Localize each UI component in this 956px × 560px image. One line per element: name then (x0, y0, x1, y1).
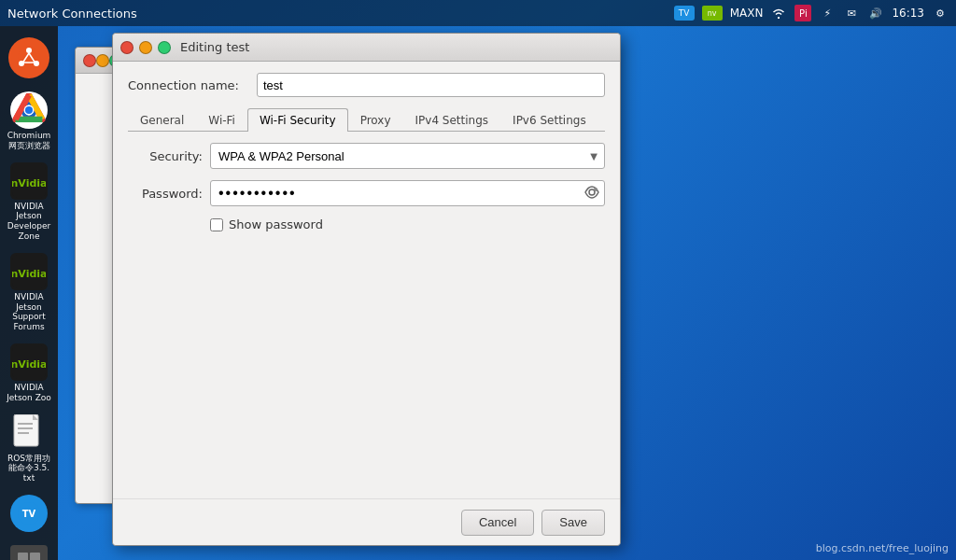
dialog-body: Connection name: General Wi-Fi Wi-Fi Sec… (113, 62, 620, 243)
sidebar-label-nvidia-support: NVIDIAJetsonSupportForums (12, 292, 46, 332)
sidebar-item-ubuntu[interactable] (5, 34, 53, 84)
taskbar-title: Network Connections (7, 7, 137, 21)
bluetooth-icon[interactable]: ⚡ (819, 5, 836, 21)
settings-icon[interactable]: ⚙ (932, 5, 949, 21)
dialog-header: Editing test (113, 34, 620, 62)
dialog-footer: Cancel Save (113, 498, 620, 545)
svg-text:nVidia: nVidia (12, 268, 46, 280)
taskbar-right: TV nv MAXN Pi ⚡ ✉ 🔊 16:13 ⚙ (674, 5, 949, 21)
connection-name-input[interactable] (257, 73, 605, 97)
dialog-title: Editing test (180, 40, 249, 54)
security-row: Security: WPA & WPA2 Personal None WEP 4… (128, 143, 605, 169)
tab-ipv4[interactable]: IPv4 Settings (403, 108, 501, 132)
mail-icon[interactable]: ✉ (843, 5, 860, 21)
password-wrapper (210, 180, 605, 206)
show-password-icon[interactable] (584, 186, 599, 202)
dialog-close-btn[interactable] (120, 41, 134, 54)
clock: 16:13 (892, 7, 924, 20)
password-row: Password: (128, 180, 605, 206)
dialog-min-btn[interactable] (139, 41, 152, 54)
save-button[interactable]: Save (541, 510, 605, 536)
tab-wifi-security[interactable]: Wi-Fi Security (247, 108, 348, 132)
sidebar-item-chromium[interactable]: Chromium网页浏览器 (5, 88, 53, 155)
svg-point-9 (25, 106, 33, 114)
security-select-wrapper: WPA & WPA2 Personal None WEP 40/128-bit … (210, 143, 605, 169)
pi-icon[interactable]: Pi (794, 5, 811, 21)
svg-rect-22 (18, 553, 28, 560)
dialog-max-btn[interactable] (158, 41, 171, 54)
taskbar: Network Connections TV nv MAXN Pi ⚡ ✉ � (0, 0, 956, 26)
svg-text:TV: TV (22, 509, 36, 519)
svg-point-36 (594, 188, 598, 191)
security-label: Security: (128, 149, 203, 163)
blog-url: blog.csdn.net/free_luojing (816, 542, 949, 554)
tab-ipv6[interactable]: IPv6 Settings (500, 108, 598, 132)
desktop: Network Connections TV nv MAXN Pi ⚡ ✉ � (0, 0, 956, 560)
username-label: MAXN (730, 7, 764, 20)
sidebar-item-workspaces[interactable] (5, 541, 53, 560)
svg-point-35 (589, 189, 595, 195)
tab-general[interactable]: General (128, 108, 196, 132)
svg-text:nVidia: nVidia (12, 358, 46, 371)
bg-min-btn[interactable] (96, 54, 109, 67)
nvidia-icon[interactable]: nv (702, 6, 723, 21)
sidebar-item-nvidia-dev[interactable]: nVidia NVIDIAJetsonDeveloperZone (5, 159, 53, 245)
bg-close-btn[interactable] (83, 54, 96, 67)
teamviewer-icon[interactable]: TV (674, 6, 695, 21)
sidebar-label-ros: ROS常用功能命令3.5.txt (7, 454, 50, 483)
sidebar-item-ros[interactable]: ROS常用功能命令3.5.txt (5, 411, 53, 487)
sidebar: Chromium网页浏览器 nVidia NVIDIAJetsonDevelop… (0, 26, 58, 560)
sidebar-label-chromium: Chromium网页浏览器 (7, 131, 51, 151)
sidebar-item-nvidia-zoo[interactable]: nVidia NVIDIAJetson Zoo (5, 340, 53, 407)
svg-rect-23 (30, 553, 40, 560)
editing-dialog: Editing test Connection name: General Wi… (112, 33, 621, 546)
sidebar-label-nvidia-zoo: NVIDIAJetson Zoo (7, 383, 51, 403)
connection-name-label: Connection name: (128, 78, 249, 92)
cancel-button[interactable]: Cancel (461, 510, 534, 536)
sidebar-label-nvidia-dev: NVIDIAJetsonDeveloperZone (7, 202, 50, 242)
security-select[interactable]: WPA & WPA2 Personal None WEP 40/128-bit … (210, 143, 605, 169)
tab-wifi[interactable]: Wi-Fi (196, 108, 247, 132)
password-input[interactable] (210, 180, 605, 206)
sidebar-item-nvidia-support[interactable]: nVidia NVIDIAJetsonSupportForums (5, 249, 53, 336)
volume-icon[interactable]: 🔊 (867, 5, 884, 21)
svg-text:nVidia: nVidia (12, 177, 46, 189)
show-password-row: Show password (210, 217, 605, 231)
wifi-icon[interactable] (770, 5, 787, 21)
show-password-checkbox[interactable] (210, 218, 223, 231)
connection-name-row: Connection name: (128, 73, 605, 97)
tab-proxy[interactable]: Proxy (348, 108, 403, 132)
tabs: General Wi-Fi Wi-Fi Security Proxy IPv4 … (128, 108, 605, 132)
sidebar-item-teamviewer[interactable]: TV (5, 491, 53, 538)
show-password-label[interactable]: Show password (229, 217, 323, 231)
password-label: Password: (128, 187, 203, 201)
